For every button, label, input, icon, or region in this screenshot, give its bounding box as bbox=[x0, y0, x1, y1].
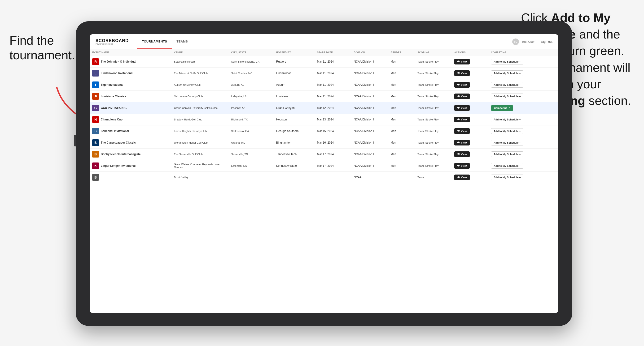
gender-cell: Men bbox=[388, 114, 415, 125]
add-to-schedule-button[interactable]: Add to My Schedule + bbox=[491, 82, 524, 88]
add-to-schedule-button[interactable]: Add to My Schedule + bbox=[491, 70, 524, 76]
view-button[interactable]: 👁 View bbox=[454, 174, 470, 180]
event-name: Linger Longer Invitational bbox=[101, 164, 136, 168]
add-to-schedule-button[interactable]: Add to My Schedule + bbox=[491, 59, 524, 64]
add-to-schedule-button[interactable]: Add to My Schedule + bbox=[491, 163, 524, 169]
competing-cell: Add to My Schedule + bbox=[488, 79, 558, 91]
eye-icon: 👁 bbox=[457, 83, 460, 86]
city-cell: Lafayette, LA bbox=[229, 91, 274, 102]
actions-cell: 👁 View bbox=[452, 149, 489, 160]
view-button[interactable]: 👁 View bbox=[454, 117, 470, 122]
add-to-schedule-button[interactable]: Add to My Schedule + bbox=[491, 117, 524, 122]
tablet-side-button bbox=[74, 135, 76, 147]
app-logo: SCOREBOARD bbox=[96, 38, 129, 43]
venue-cell: Oakbourne Country Club bbox=[172, 91, 229, 102]
actions-cell: 👁 View bbox=[452, 56, 489, 68]
team-logo: B bbox=[92, 151, 99, 158]
event-name-cell: K Linger Longer Invitational bbox=[92, 163, 169, 169]
col-header-competing: COMPETING bbox=[488, 49, 558, 56]
hosted-by-cell: Tennessee Tech bbox=[274, 149, 315, 160]
scoring-cell: Team, Stroke Play bbox=[415, 114, 452, 125]
venue-cell: Forest Heights Country Club bbox=[172, 125, 229, 137]
view-button[interactable]: 👁 View bbox=[454, 94, 470, 99]
view-button[interactable]: 👁 View bbox=[454, 59, 470, 64]
date-cell: Mar 17, 2024 bbox=[314, 160, 352, 172]
event-name-cell: H Champions Cup bbox=[92, 116, 169, 123]
venue-cell: Shadow Hawk Golf Club bbox=[172, 114, 229, 125]
actions-cell: 👁 View bbox=[452, 91, 489, 102]
view-button[interactable]: 👁 View bbox=[454, 105, 470, 111]
event-name: Bobby Nichols Intercollegiate bbox=[101, 153, 141, 156]
hosted-by-cell: Grand Canyon bbox=[274, 102, 315, 114]
tab-tournaments[interactable]: TOURNAMENTS bbox=[137, 34, 172, 49]
eye-icon: 👁 bbox=[457, 118, 460, 121]
tablet-frame: SCOREBOARD Powered by clippd TOURNAMENTS… bbox=[76, 21, 572, 326]
venue-cell: Great Waters Course At Reynolds Lake Oco… bbox=[172, 160, 229, 172]
table-row: B The Carpetbagger Classic Worthington M… bbox=[90, 137, 558, 149]
division-cell: NCAA bbox=[352, 172, 388, 183]
gender-cell: Men bbox=[388, 91, 415, 102]
table-container: EVENT NAME VENUE CITY, STATE HOSTED BY S… bbox=[90, 49, 558, 313]
scoring-cell: Team, Stroke Play bbox=[415, 56, 452, 68]
city-cell: Saint Simons Island, GA bbox=[229, 56, 274, 68]
eye-icon: 👁 bbox=[457, 60, 460, 63]
add-to-schedule-button[interactable]: Add to My Schedule + bbox=[491, 94, 524, 99]
event-name: Schenkel Invitational bbox=[101, 129, 129, 133]
competing-cell: Add to My Schedule + bbox=[488, 56, 558, 68]
gender-cell: Men bbox=[388, 56, 415, 68]
actions-cell: 👁 View bbox=[452, 102, 489, 114]
add-to-schedule-button[interactable]: Add to My Schedule + bbox=[491, 140, 524, 146]
venue-cell: Sea Palms Resort bbox=[172, 56, 229, 68]
actions-cell: 👁 View bbox=[452, 172, 489, 183]
col-header-date: START DATE bbox=[314, 49, 352, 56]
table-row: H Champions Cup Shadow Hawk Golf ClubRic… bbox=[90, 114, 558, 125]
gender-cell: Men bbox=[388, 102, 415, 114]
team-logo: B bbox=[92, 139, 99, 146]
add-to-schedule-button[interactable]: Add to My Schedule + bbox=[491, 174, 524, 180]
competing-cell: Add to My Schedule + bbox=[488, 160, 558, 172]
gender-cell: Men bbox=[388, 160, 415, 172]
actions-cell: 👁 View bbox=[452, 137, 489, 149]
gender-cell: Men bbox=[388, 137, 415, 149]
date-cell: Mar 17, 2024 bbox=[314, 149, 352, 160]
team-logo: H bbox=[92, 116, 99, 123]
view-button[interactable]: 👁 View bbox=[454, 140, 470, 146]
actions-cell: 👁 View bbox=[452, 125, 489, 137]
col-header-venue: VENUE bbox=[172, 49, 229, 56]
event-name-cell: B Bobby Nichols Intercollegiate bbox=[92, 151, 169, 158]
tablet-screen: SCOREBOARD Powered by clippd TOURNAMENTS… bbox=[90, 34, 558, 313]
date-cell: Mar 11, 2024 bbox=[314, 91, 352, 102]
col-header-city: CITY, STATE bbox=[229, 49, 274, 56]
date-cell: Mar 16, 2024 bbox=[314, 137, 352, 149]
gender-cell bbox=[388, 172, 415, 183]
sign-out-link[interactable]: Sign out bbox=[541, 40, 552, 43]
table-row: G GCU INVITATIONAL Grand Canyon Universi… bbox=[90, 102, 558, 114]
col-header-hosted: HOSTED BY bbox=[274, 49, 315, 56]
event-name: Tiger Invitational bbox=[101, 83, 124, 86]
competing-cell: Add to My Schedule + bbox=[488, 114, 558, 125]
event-name-cell: G GCU INVITATIONAL bbox=[92, 105, 169, 111]
event-name: Champions Cup bbox=[101, 118, 122, 121]
division-cell: NCAA Division I bbox=[352, 125, 388, 137]
team-logo: K bbox=[92, 163, 99, 169]
date-cell: Mar 13, 2024 bbox=[314, 114, 352, 125]
tab-teams[interactable]: TEAMS bbox=[172, 34, 192, 49]
event-name-cell: ⚑ Louisiana Classics bbox=[92, 93, 169, 100]
division-cell: NCAA Division I bbox=[352, 79, 388, 91]
event-name: Lindenwood Invitational bbox=[101, 72, 133, 75]
add-to-schedule-button[interactable]: Add to My Schedule + bbox=[491, 151, 524, 157]
view-button[interactable]: 👁 View bbox=[454, 70, 470, 76]
view-button[interactable]: 👁 View bbox=[454, 163, 470, 169]
view-button[interactable]: 👁 View bbox=[454, 151, 470, 157]
competing-button[interactable]: Competing ✓ bbox=[491, 105, 513, 111]
date-cell bbox=[314, 172, 352, 183]
user-avatar: TU bbox=[512, 38, 519, 45]
city-cell: Eatonton, GA bbox=[229, 160, 274, 172]
team-logo: L bbox=[92, 70, 99, 77]
view-button[interactable]: 👁 View bbox=[454, 82, 470, 88]
venue-cell: Grand Canyon University Golf Course bbox=[172, 102, 229, 114]
header-right: TU Test User | Sign out bbox=[512, 38, 552, 45]
event-name-cell: R The Johnnie - O Individual bbox=[92, 58, 169, 65]
view-button[interactable]: 👁 View bbox=[454, 128, 470, 134]
add-to-schedule-button[interactable]: Add to My Schedule + bbox=[491, 128, 524, 134]
